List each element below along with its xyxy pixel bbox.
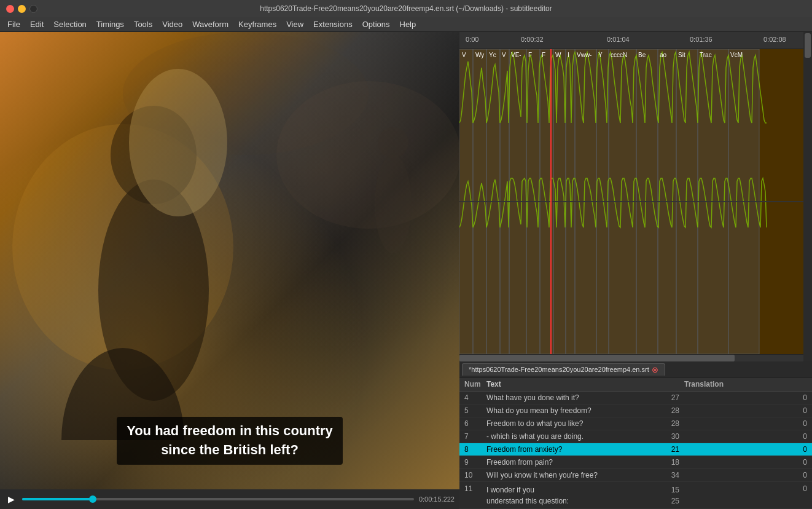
subtitle-overlay: You had freedom in this countrysince the…	[0, 417, 459, 465]
row-chars: 1525	[660, 484, 684, 507]
progress-handle[interactable]	[89, 495, 96, 503]
progress-fill	[22, 498, 93, 500]
wf-label-vcm: VcM	[729, 52, 744, 58]
right-panel: 0:00 0:00:32 0:01:04 0:01:36 0:02:08	[459, 32, 812, 509]
row-num: 7	[464, 432, 486, 441]
table-row[interactable]: 5 What do you mean by freedom? 28 0	[459, 404, 812, 417]
table-row[interactable]: 11 I wonder if youunderstand this questi…	[459, 482, 812, 509]
wf-label-ve: VE-	[510, 52, 523, 58]
time-display: 0:00:15.222	[419, 495, 455, 503]
v-scroll-thumb[interactable]	[805, 33, 811, 58]
menu-view[interactable]: View	[281, 18, 308, 30]
file-tab-close-icon[interactable]: ⊗	[652, 366, 658, 374]
maximize-button[interactable]	[29, 5, 37, 13]
close-button[interactable]	[6, 5, 14, 13]
video-controls: ▶ 0:00:15.222	[0, 489, 459, 509]
row-text: - which is what you are doing.	[486, 432, 660, 441]
col-header-translation: Translation	[684, 380, 795, 389]
col-header-text: Text	[486, 380, 660, 389]
table-row[interactable]: 6 Freedom to do what you like? 28 0	[459, 417, 812, 430]
row-text: What have you done with it?	[486, 393, 660, 402]
wf-label-f1: F	[527, 52, 533, 58]
row-end: 0	[795, 406, 807, 415]
row-text: I wonder if youunderstand this question:	[486, 484, 660, 507]
table-row[interactable]: 4 What have you done with it? 27 0	[459, 392, 812, 404]
tick-128: 0:02:08	[763, 36, 786, 43]
progress-bar[interactable]	[22, 498, 414, 500]
timeline-with-scroll: 0:00 0:00:32 0:01:04 0:01:36 0:02:08	[459, 32, 812, 361]
waveform-area[interactable]: V Wy Yc V VE- F F W I Vww- Y ccccN Be ao…	[459, 49, 803, 354]
menu-selection[interactable]: Selection	[49, 18, 91, 30]
subtitle-text: You had freedom in this countrysince the…	[117, 417, 343, 465]
timeline-header: 0:00 0:00:32 0:01:04 0:01:36 0:02:08	[459, 32, 803, 49]
row-chars: 30	[660, 432, 684, 441]
table-row[interactable]: 9 Freedom from pain? 18 0	[459, 456, 812, 469]
svg-rect-34	[575, 202, 596, 354]
table-row[interactable]: 7 - which is what you are doing. 30 0	[459, 430, 812, 443]
menu-file[interactable]: File	[2, 18, 25, 30]
menu-tools[interactable]: Tools	[129, 18, 157, 30]
svg-rect-33	[566, 202, 575, 354]
svg-point-6	[375, 155, 412, 253]
menu-help[interactable]: Help	[395, 18, 421, 30]
vertical-scrollbar[interactable]	[803, 32, 812, 361]
col-header-num: Num	[464, 380, 486, 389]
tick-96: 0:01:36	[690, 36, 712, 43]
window-controls	[6, 5, 37, 13]
subtitle-table-area: *https0620Trade-Free20means20you20are20f…	[459, 361, 812, 509]
row-text: Freedom from pain?	[486, 458, 660, 467]
menu-video[interactable]: Video	[157, 18, 187, 30]
wf-label-sit: Sit	[677, 52, 687, 58]
row-chars: 28	[660, 419, 684, 428]
row-num: 9	[464, 458, 486, 467]
video-frame: You had freedom in this countrysince the…	[0, 32, 459, 489]
timeline-panel: 0:00 0:00:32 0:01:04 0:01:36 0:02:08	[459, 32, 803, 361]
tick-64: 0:01:04	[607, 36, 630, 43]
wf-label-f2: F	[541, 52, 547, 58]
svg-rect-41	[728, 202, 759, 354]
wf-label-cccc: ccccN	[609, 52, 628, 58]
minimize-button[interactable]	[18, 5, 26, 13]
wf-label-y: Y	[597, 52, 604, 58]
row-num: 4	[464, 393, 486, 402]
menu-options[interactable]: Options	[357, 18, 395, 30]
tick-0: 0:00	[466, 36, 478, 43]
subtitle-table[interactable]: 4 What have you done with it? 27 0 5 Wha…	[459, 392, 812, 509]
menu-bar: File Edit Selection Timings Tools Video …	[0, 17, 812, 32]
window-title: https0620Trade-Free20means20you20are20fr…	[260, 4, 552, 13]
menu-extensions[interactable]: Extensions	[308, 18, 357, 30]
wf-label-w: W	[554, 52, 562, 58]
wf-label-i: I	[566, 52, 571, 58]
menu-waveform[interactable]: Waveform	[187, 18, 233, 30]
row-end: 0	[795, 419, 807, 428]
row-chars: 34	[660, 471, 684, 479]
wf-label-ao: ao	[658, 52, 668, 58]
row-text: Will you know it when you're free?	[486, 471, 660, 479]
row-num: 5	[464, 406, 486, 415]
row-end: 0	[795, 458, 807, 467]
table-row[interactable]: 10 Will you know it when you're free? 34…	[459, 469, 812, 482]
waveform-svg	[459, 49, 803, 354]
col-header-chars	[660, 380, 684, 389]
row-end: 0	[795, 393, 807, 402]
svg-rect-27	[486, 202, 500, 354]
scrollbar-thumb[interactable]	[459, 355, 735, 361]
play-button[interactable]: ▶	[5, 494, 17, 504]
menu-keyframes[interactable]: Keyframes	[233, 18, 281, 30]
svg-rect-9	[473, 49, 486, 202]
row-text: Freedom from anxiety?	[486, 445, 660, 454]
video-panel: You had freedom in this countrysince the…	[0, 32, 459, 509]
row-chars: 18	[660, 458, 684, 467]
row-end: 0	[795, 432, 807, 441]
table-row-selected[interactable]: 8 Freedom from anxiety? 21 0	[459, 443, 812, 456]
svg-rect-28	[500, 202, 509, 354]
file-tab[interactable]: *https0620Trade-Free20means20you20are20f…	[462, 363, 665, 376]
file-tab-name: *https0620Trade-Free20means20you20are20f…	[469, 366, 649, 373]
menu-timings[interactable]: Timings	[92, 18, 129, 30]
menu-edit[interactable]: Edit	[25, 18, 49, 30]
timeline-scrollbar[interactable]	[459, 354, 803, 361]
wf-label-trac: Trac	[698, 52, 713, 58]
svg-rect-38	[658, 202, 676, 354]
row-num: 6	[464, 419, 486, 428]
row-chars: 27	[660, 393, 684, 402]
